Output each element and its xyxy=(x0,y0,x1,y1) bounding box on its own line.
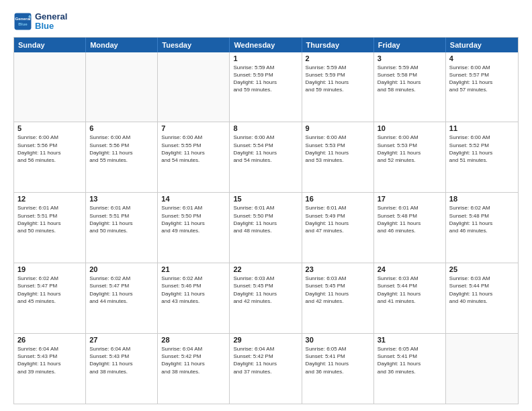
calendar-cell-day-13: 13Sunrise: 6:01 AM Sunset: 5:51 PM Dayli… xyxy=(86,193,158,263)
calendar-cell-empty xyxy=(86,52,158,122)
day-number: 31 xyxy=(378,336,442,344)
cell-detail: Sunrise: 6:01 AM Sunset: 5:50 PM Dayligh… xyxy=(161,204,226,234)
day-number: 10 xyxy=(378,124,442,132)
cell-detail: Sunrise: 6:00 AM Sunset: 5:52 PM Dayligh… xyxy=(449,134,515,164)
logo: General Blue General Blue xyxy=(13,12,67,32)
calendar-cell-empty xyxy=(14,52,86,122)
day-number: 8 xyxy=(233,124,298,132)
weekday-header-friday: Friday xyxy=(374,38,446,52)
calendar-cell-day-22: 22Sunrise: 6:03 AM Sunset: 5:45 PM Dayli… xyxy=(230,263,302,333)
cell-detail: Sunrise: 6:04 AM Sunset: 5:42 PM Dayligh… xyxy=(161,345,226,375)
cell-detail: Sunrise: 6:04 AM Sunset: 5:42 PM Dayligh… xyxy=(233,345,298,375)
day-number: 9 xyxy=(306,124,370,132)
cell-detail: Sunrise: 5:59 AM Sunset: 5:58 PM Dayligh… xyxy=(378,64,442,94)
svg-text:Blue: Blue xyxy=(18,22,28,27)
day-number: 14 xyxy=(161,195,226,203)
day-number: 4 xyxy=(449,54,515,62)
calendar-cell-day-18: 18Sunrise: 6:02 AM Sunset: 5:48 PM Dayli… xyxy=(446,193,518,263)
calendar-cell-empty xyxy=(446,334,518,404)
cell-detail: Sunrise: 6:00 AM Sunset: 5:56 PM Dayligh… xyxy=(17,134,82,164)
cell-detail: Sunrise: 6:00 AM Sunset: 5:56 PM Dayligh… xyxy=(89,134,154,164)
calendar-cell-day-2: 2Sunrise: 5:59 AM Sunset: 5:59 PM Daylig… xyxy=(302,52,374,122)
day-number: 24 xyxy=(378,265,442,273)
calendar-cell-day-4: 4Sunrise: 6:00 AM Sunset: 5:57 PM Daylig… xyxy=(446,52,518,122)
calendar-cell-day-15: 15Sunrise: 6:01 AM Sunset: 5:50 PM Dayli… xyxy=(230,193,302,263)
cell-detail: Sunrise: 6:02 AM Sunset: 5:46 PM Dayligh… xyxy=(161,275,226,305)
cell-detail: Sunrise: 6:01 AM Sunset: 5:51 PM Dayligh… xyxy=(89,204,154,234)
day-number: 21 xyxy=(161,265,226,273)
cell-detail: Sunrise: 6:03 AM Sunset: 5:44 PM Dayligh… xyxy=(449,275,515,305)
cell-detail: Sunrise: 6:00 AM Sunset: 5:53 PM Dayligh… xyxy=(378,134,442,164)
calendar-cell-day-29: 29Sunrise: 6:04 AM Sunset: 5:42 PM Dayli… xyxy=(230,334,302,404)
cell-detail: Sunrise: 6:04 AM Sunset: 5:43 PM Dayligh… xyxy=(17,345,82,375)
weekday-header-thursday: Thursday xyxy=(302,38,374,52)
day-number: 2 xyxy=(306,54,370,62)
calendar-cell-day-1: 1Sunrise: 5:59 AM Sunset: 5:59 PM Daylig… xyxy=(230,52,302,122)
cell-detail: Sunrise: 5:59 AM Sunset: 5:59 PM Dayligh… xyxy=(233,64,298,94)
weekday-header-wednesday: Wednesday xyxy=(230,38,302,52)
day-number: 29 xyxy=(233,336,298,344)
cell-detail: Sunrise: 6:05 AM Sunset: 5:41 PM Dayligh… xyxy=(378,345,442,375)
day-number: 12 xyxy=(17,195,82,203)
cell-detail: Sunrise: 6:02 AM Sunset: 5:47 PM Dayligh… xyxy=(89,275,154,305)
cell-detail: Sunrise: 6:03 AM Sunset: 5:45 PM Dayligh… xyxy=(306,275,370,305)
calendar-cell-day-17: 17Sunrise: 6:01 AM Sunset: 5:48 PM Dayli… xyxy=(374,193,446,263)
cell-detail: Sunrise: 6:00 AM Sunset: 5:53 PM Dayligh… xyxy=(306,134,370,164)
calendar-cell-day-21: 21Sunrise: 6:02 AM Sunset: 5:46 PM Dayli… xyxy=(158,263,230,333)
day-number: 5 xyxy=(17,124,82,132)
calendar-cell-empty xyxy=(158,52,230,122)
calendar-cell-day-26: 26Sunrise: 6:04 AM Sunset: 5:43 PM Dayli… xyxy=(14,334,86,404)
calendar-row-4: 19Sunrise: 6:02 AM Sunset: 5:47 PM Dayli… xyxy=(14,263,518,334)
day-number: 11 xyxy=(449,124,515,132)
calendar-cell-day-25: 25Sunrise: 6:03 AM Sunset: 5:44 PM Dayli… xyxy=(446,263,518,333)
calendar-row-2: 5Sunrise: 6:00 AM Sunset: 5:56 PM Daylig… xyxy=(14,122,518,193)
calendar: SundayMondayTuesdayWednesdayThursdayFrid… xyxy=(13,37,519,404)
calendar-cell-day-10: 10Sunrise: 6:00 AM Sunset: 5:53 PM Dayli… xyxy=(374,122,446,192)
calendar-cell-day-5: 5Sunrise: 6:00 AM Sunset: 5:56 PM Daylig… xyxy=(14,122,86,192)
day-number: 3 xyxy=(378,54,442,62)
calendar-cell-day-24: 24Sunrise: 6:03 AM Sunset: 5:44 PM Dayli… xyxy=(374,263,446,333)
day-number: 7 xyxy=(161,124,226,132)
header: General Blue General Blue xyxy=(13,12,519,32)
day-number: 17 xyxy=(378,195,442,203)
day-number: 25 xyxy=(449,265,515,273)
calendar-cell-day-9: 9Sunrise: 6:00 AM Sunset: 5:53 PM Daylig… xyxy=(302,122,374,192)
calendar-cell-day-23: 23Sunrise: 6:03 AM Sunset: 5:45 PM Dayli… xyxy=(302,263,374,333)
weekday-header-monday: Monday xyxy=(86,38,158,52)
calendar-cell-day-3: 3Sunrise: 5:59 AM Sunset: 5:58 PM Daylig… xyxy=(374,52,446,122)
calendar-page: General Blue General Blue SundayMondayTu… xyxy=(0,0,532,411)
day-number: 20 xyxy=(89,265,154,273)
day-number: 22 xyxy=(233,265,298,273)
calendar-cell-day-8: 8Sunrise: 6:00 AM Sunset: 5:54 PM Daylig… xyxy=(230,122,302,192)
calendar-cell-day-11: 11Sunrise: 6:00 AM Sunset: 5:52 PM Dayli… xyxy=(446,122,518,192)
calendar-cell-day-6: 6Sunrise: 6:00 AM Sunset: 5:56 PM Daylig… xyxy=(86,122,158,192)
day-number: 1 xyxy=(233,54,298,62)
cell-detail: Sunrise: 6:02 AM Sunset: 5:48 PM Dayligh… xyxy=(449,204,515,234)
calendar-cell-day-12: 12Sunrise: 6:01 AM Sunset: 5:51 PM Dayli… xyxy=(14,193,86,263)
weekday-header-tuesday: Tuesday xyxy=(158,38,230,52)
cell-detail: Sunrise: 6:00 AM Sunset: 5:57 PM Dayligh… xyxy=(449,64,515,94)
day-number: 13 xyxy=(89,195,154,203)
calendar-row-5: 26Sunrise: 6:04 AM Sunset: 5:43 PM Dayli… xyxy=(14,334,518,404)
calendar-cell-day-27: 27Sunrise: 6:04 AM Sunset: 5:43 PM Dayli… xyxy=(86,334,158,404)
cell-detail: Sunrise: 6:01 AM Sunset: 5:50 PM Dayligh… xyxy=(233,204,298,234)
cell-detail: Sunrise: 6:00 AM Sunset: 5:55 PM Dayligh… xyxy=(161,134,226,164)
cell-detail: Sunrise: 6:01 AM Sunset: 5:48 PM Dayligh… xyxy=(378,204,442,234)
day-number: 23 xyxy=(306,265,370,273)
calendar-cell-day-19: 19Sunrise: 6:02 AM Sunset: 5:47 PM Dayli… xyxy=(14,263,86,333)
day-number: 30 xyxy=(306,336,370,344)
cell-detail: Sunrise: 6:03 AM Sunset: 5:45 PM Dayligh… xyxy=(233,275,298,305)
cell-detail: Sunrise: 6:00 AM Sunset: 5:54 PM Dayligh… xyxy=(233,134,298,164)
calendar-cell-day-30: 30Sunrise: 6:05 AM Sunset: 5:41 PM Dayli… xyxy=(302,334,374,404)
calendar-cell-day-7: 7Sunrise: 6:00 AM Sunset: 5:55 PM Daylig… xyxy=(158,122,230,192)
day-number: 15 xyxy=(233,195,298,203)
cell-detail: Sunrise: 6:05 AM Sunset: 5:41 PM Dayligh… xyxy=(306,345,370,375)
calendar-body: 1Sunrise: 5:59 AM Sunset: 5:59 PM Daylig… xyxy=(14,52,518,404)
day-number: 16 xyxy=(306,195,370,203)
calendar-cell-day-16: 16Sunrise: 6:01 AM Sunset: 5:49 PM Dayli… xyxy=(302,193,374,263)
logo-icon: General Blue xyxy=(13,12,32,31)
logo-text-general: General xyxy=(35,12,67,21)
weekday-header-sunday: Sunday xyxy=(14,38,86,52)
cell-detail: Sunrise: 5:59 AM Sunset: 5:59 PM Dayligh… xyxy=(306,64,370,94)
day-number: 6 xyxy=(89,124,154,132)
